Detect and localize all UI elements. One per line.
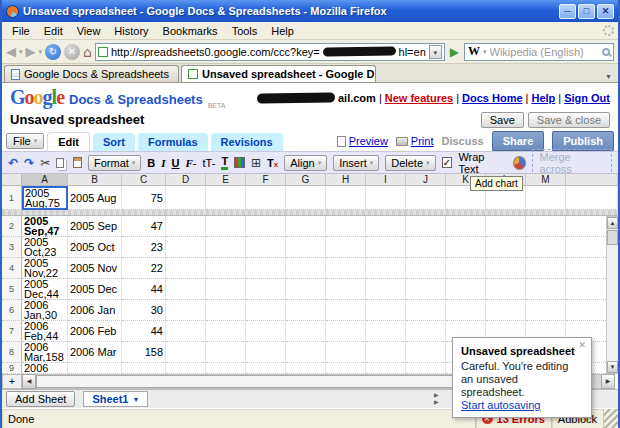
- borders-button[interactable]: ⊞: [251, 156, 261, 170]
- add-row-button[interactable]: +: [2, 374, 22, 389]
- file-menu-button[interactable]: File▾: [6, 133, 44, 149]
- cell-M2[interactable]: [526, 216, 566, 237]
- cell-B7[interactable]: 2006 Feb: [68, 321, 122, 342]
- cell-E9[interactable]: [206, 363, 246, 374]
- cell-H9[interactable]: [326, 363, 366, 374]
- wikipedia-icon[interactable]: W: [468, 44, 480, 59]
- cell-I8[interactable]: [366, 342, 406, 363]
- column-header-E[interactable]: E: [206, 174, 246, 186]
- delete-menu-button[interactable]: Delete▾: [385, 155, 435, 171]
- stop-icon[interactable]: ✕: [64, 44, 80, 60]
- sheet-scroll-arrows[interactable]: ▶▶: [434, 392, 439, 406]
- row-header-6[interactable]: 6: [2, 300, 22, 321]
- cell-E2[interactable]: [206, 216, 246, 237]
- cell-D9[interactable]: [166, 363, 206, 374]
- tab-unsaved-spreadsheet[interactable]: Unsaved spreadsheet - Google D... ✕: [181, 65, 376, 82]
- cell-H3[interactable]: [326, 237, 366, 258]
- column-header-M[interactable]: M: [526, 174, 566, 186]
- font-button[interactable]: F-: [186, 157, 197, 169]
- cell-D2[interactable]: [166, 216, 206, 237]
- url-dropdown-icon[interactable]: ▾: [429, 45, 442, 59]
- scroll-up-icon[interactable]: ▲: [607, 217, 618, 229]
- copy-icon[interactable]: [56, 158, 64, 168]
- tab-list-dropdown-icon[interactable]: ▼: [601, 73, 616, 82]
- cell-B8[interactable]: 2006 Mar: [68, 342, 122, 363]
- scroll-left-icon[interactable]: ◀: [22, 374, 36, 389]
- cell-D1[interactable]: [166, 186, 206, 210]
- cell-B9[interactable]: [68, 363, 122, 374]
- cell-I9[interactable]: [366, 363, 406, 374]
- cell-G5[interactable]: [286, 279, 326, 300]
- cell-K5[interactable]: [446, 279, 486, 300]
- search-box[interactable]: W ▾ Wikipedia (English): [464, 43, 614, 61]
- cell-K6[interactable]: [446, 300, 486, 321]
- cell-C9[interactable]: [122, 363, 166, 374]
- cell-B5[interactable]: 2005 Dec: [68, 279, 122, 300]
- cell-L2[interactable]: [486, 216, 526, 237]
- cell-C2[interactable]: 47: [122, 216, 166, 237]
- cell-D4[interactable]: [166, 258, 206, 279]
- cell-D3[interactable]: [166, 237, 206, 258]
- cell-M6[interactable]: [526, 300, 566, 321]
- search-engine-dropdown-icon[interactable]: ▾: [483, 48, 487, 56]
- cell-E7[interactable]: [206, 321, 246, 342]
- menu-help[interactable]: Help: [265, 24, 300, 38]
- cell-E4[interactable]: [206, 258, 246, 279]
- column-header-G[interactable]: G: [286, 174, 326, 186]
- cell-J9[interactable]: [406, 363, 446, 374]
- cell-C5[interactable]: 44: [122, 279, 166, 300]
- column-header-B[interactable]: B: [68, 174, 122, 186]
- row-header-9[interactable]: 9: [2, 363, 22, 374]
- maximize-button[interactable]: □: [578, 4, 595, 19]
- text-color-button[interactable]: T: [221, 156, 228, 170]
- cell-I5[interactable]: [366, 279, 406, 300]
- forward-icon[interactable]: ▶: [26, 44, 36, 60]
- cell-G7[interactable]: [286, 321, 326, 342]
- cut-icon[interactable]: ✂: [40, 156, 50, 170]
- wrap-text-checkbox[interactable]: ✓: [442, 157, 453, 168]
- preview-link[interactable]: Preview: [337, 135, 388, 147]
- popup-close-icon[interactable]: ✕: [578, 340, 586, 350]
- cell-L4[interactable]: [486, 258, 526, 279]
- row-header-8[interactable]: 8: [2, 342, 22, 363]
- cell-I4[interactable]: [366, 258, 406, 279]
- cell-F4[interactable]: [246, 258, 286, 279]
- row-header-4[interactable]: 4: [2, 258, 22, 279]
- column-header-I[interactable]: I: [366, 174, 406, 186]
- cell-E1[interactable]: [206, 186, 246, 210]
- row-header-5[interactable]: 5: [2, 279, 22, 300]
- cell-B4[interactable]: 2005 Nov: [68, 258, 122, 279]
- undo-icon[interactable]: ↶: [8, 156, 18, 170]
- print-link[interactable]: Print: [396, 135, 434, 147]
- cell-H8[interactable]: [326, 342, 366, 363]
- help-link[interactable]: Help: [531, 92, 555, 104]
- row-header-1[interactable]: 1: [2, 186, 22, 210]
- minimize-button[interactable]: ─: [559, 4, 576, 19]
- font-size-button[interactable]: tT-: [203, 157, 216, 169]
- cell-J6[interactable]: [406, 300, 446, 321]
- insert-menu-button[interactable]: Insert▾: [333, 155, 379, 171]
- scroll-down-icon[interactable]: ▼: [607, 361, 618, 373]
- cell-partial-1[interactable]: [566, 186, 618, 210]
- cell-A4[interactable]: 2005 Nov,22: [22, 258, 68, 279]
- cell-J5[interactable]: [406, 279, 446, 300]
- cell-G6[interactable]: [286, 300, 326, 321]
- url-bar[interactable]: http://spreadsheets0.google.com/ccc?key=…: [95, 43, 445, 61]
- cell-E6[interactable]: [206, 300, 246, 321]
- cell-H4[interactable]: [326, 258, 366, 279]
- cell-F9[interactable]: [246, 363, 286, 374]
- cell-L6[interactable]: [486, 300, 526, 321]
- cell-C7[interactable]: 44: [122, 321, 166, 342]
- cell-B3[interactable]: 2005 Oct: [68, 237, 122, 258]
- cell-C4[interactable]: 22: [122, 258, 166, 279]
- home-icon[interactable]: ⌂: [83, 44, 92, 60]
- column-header-D[interactable]: D: [166, 174, 206, 186]
- column-header-F[interactable]: F: [246, 174, 286, 186]
- cell-G8[interactable]: [286, 342, 326, 363]
- sheet-tab-sheet1[interactable]: Sheet1 ▼: [83, 391, 148, 407]
- clear-format-button[interactable]: Tx: [267, 157, 278, 169]
- redo-icon[interactable]: ↷: [24, 156, 34, 170]
- cell-C6[interactable]: 30: [122, 300, 166, 321]
- cell-F1[interactable]: [246, 186, 286, 210]
- cell-H2[interactable]: [326, 216, 366, 237]
